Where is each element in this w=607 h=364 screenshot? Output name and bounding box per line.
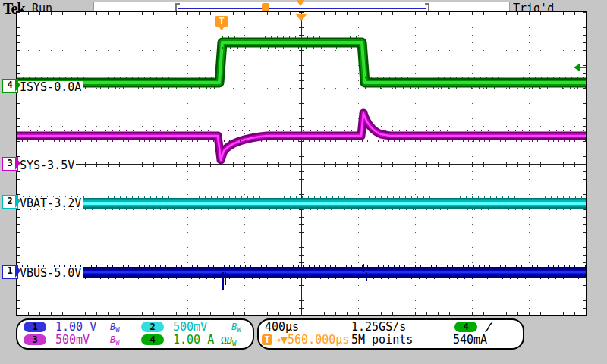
- ch4-badge[interactable]: 4: [141, 334, 164, 345]
- trigger-level-readout[interactable]: 540mA: [453, 334, 487, 347]
- ch4-reference-flag[interactable]: 4: [2, 79, 18, 93]
- ch3-flag-number: 3: [7, 158, 12, 168]
- ch1-wave-label[interactable]: VBUS-5.0V: [18, 267, 83, 279]
- horizontal-trigger-readout-box[interactable]: 400µs 1.25GS/s 4 T →▼560.000µs 5M points…: [257, 318, 524, 350]
- ch4-flag-pointer: [15, 79, 20, 92]
- ch2-scale[interactable]: 500mV: [173, 321, 207, 334]
- ch3-wave-label[interactable]: SYS-3.5V: [18, 159, 76, 171]
- sample-rate-readout: 1.25GS/s: [351, 321, 406, 334]
- ch3-reference-flag[interactable]: 3: [2, 157, 18, 171]
- trigger-level-arrow[interactable]: [574, 64, 586, 71]
- trigger-delay-readout[interactable]: →▼560.000µs: [274, 334, 349, 347]
- expansion-point-marker[interactable]: [294, 0, 307, 6]
- ch4-coupling-bandwidth-icon: ΩBW: [221, 334, 236, 350]
- trigger-point-flag[interactable]: T: [215, 16, 228, 27]
- ch4-scale[interactable]: 1.00 A: [173, 334, 214, 347]
- ch3-flag-pointer: [15, 157, 20, 170]
- ch3-badge[interactable]: 3: [24, 334, 46, 345]
- record-window-line: [178, 8, 426, 9]
- ch2-wave-label[interactable]: VBAT-3.2V: [18, 197, 83, 209]
- waveform-traces: [17, 12, 586, 315]
- trigger-slope-icon[interactable]: [483, 322, 494, 333]
- trigger-position-triangle[interactable]: [295, 14, 307, 21]
- ch1-reference-flag[interactable]: 1: [2, 265, 18, 279]
- channel-readout-box[interactable]: 1 1.00 V BW 2 500mV BW 3 500mV BW 4 1.00…: [16, 318, 254, 350]
- ch1-badge[interactable]: 1: [24, 322, 46, 332]
- ch4-flag-number: 4: [7, 80, 12, 90]
- trigger-delay-marker-icon: T: [262, 334, 272, 345]
- ch2-flag-pointer: [15, 195, 20, 208]
- ch1-flag-number: 1: [7, 265, 12, 276]
- ch1-scale[interactable]: 1.00 V: [55, 321, 96, 334]
- record-trigger-position-marker[interactable]: [262, 3, 269, 11]
- graticule: ISYS-0.0A SYS-3.5V VBAT-3.2V VBUS-5.0V T: [16, 11, 587, 316]
- timebase-readout[interactable]: 400µs: [265, 321, 299, 334]
- ch2-reference-flag[interactable]: 2: [2, 195, 18, 209]
- trigger-source-badge[interactable]: 4: [454, 322, 477, 332]
- ch2-badge[interactable]: 2: [141, 322, 164, 332]
- ch4-trace: [17, 37, 586, 88]
- ch1-trace: [17, 264, 586, 290]
- ch3-trace: [17, 113, 586, 160]
- ch3-bandwidth-icon: BW: [110, 334, 120, 350]
- trigger-level-arrow-tail: [579, 67, 586, 68]
- ch1-flag-pointer: [15, 265, 20, 278]
- oscilloscope-screen: Tek Run Trig'd: [0, 0, 607, 364]
- record-length-readout: 5M points: [351, 334, 413, 347]
- ch2-flag-number: 2: [7, 196, 12, 206]
- ch3-scale[interactable]: 500mV: [55, 334, 90, 347]
- ch2-trace: [17, 197, 586, 209]
- ch4-wave-label[interactable]: ISYS-0.0A: [18, 81, 83, 93]
